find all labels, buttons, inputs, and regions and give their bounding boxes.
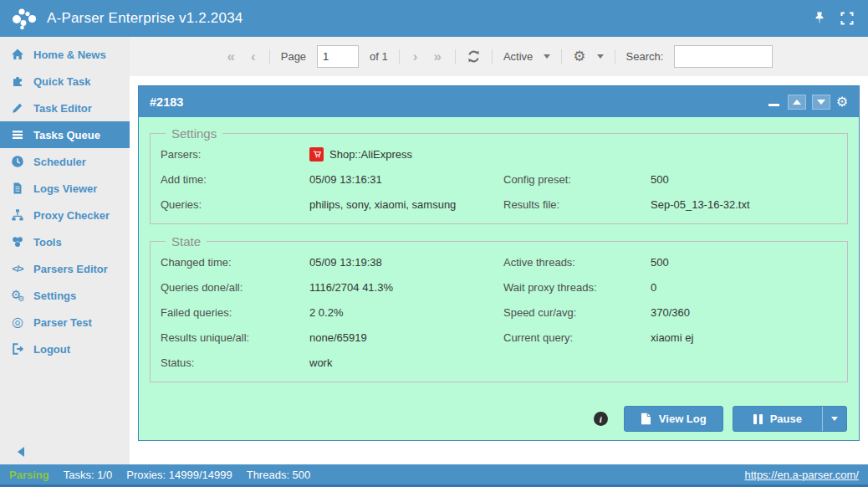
pause-button[interactable]: Pause bbox=[733, 407, 822, 431]
pencil-icon bbox=[10, 101, 25, 115]
state-legend: State bbox=[166, 234, 207, 249]
sidebar-item-home-news[interactable]: Home & News bbox=[0, 41, 130, 68]
state-row: Results unique/all: none/65919 Current q… bbox=[161, 325, 837, 350]
sidebar-item-task-editor[interactable]: Task Editor bbox=[0, 95, 130, 121]
filter-selected-label[interactable]: Active bbox=[503, 50, 533, 63]
task-panel-header: #2183 ⚙ bbox=[139, 86, 859, 117]
sidebar-collapse-button[interactable] bbox=[18, 447, 24, 457]
toolbar-separator bbox=[615, 49, 615, 64]
sidebar-item-tools[interactable]: Tools bbox=[0, 228, 130, 255]
tasks-count: Tasks: 1/0 bbox=[64, 469, 113, 481]
page-count-label: of 1 bbox=[370, 50, 388, 63]
state-row: Status: work bbox=[161, 350, 837, 375]
log-file-icon bbox=[641, 413, 651, 425]
search-input[interactable] bbox=[674, 45, 773, 68]
settings-row: Add time: 05/09 13:16:31 Config preset: … bbox=[161, 167, 837, 192]
sitemap-icon bbox=[10, 208, 25, 222]
task-id: #2183 bbox=[150, 95, 183, 109]
a-parser-logo-icon bbox=[10, 5, 38, 32]
toolbar-separator bbox=[561, 49, 562, 64]
sidebar-item-proxy-checker[interactable]: Proxy Checker bbox=[0, 202, 130, 228]
gear-dropdown-arrow[interactable] bbox=[597, 54, 604, 59]
sidebar-item-tasks-queue[interactable]: Tasks Queue bbox=[0, 121, 130, 148]
document-icon bbox=[10, 182, 25, 195]
sidebar-item-quick-task[interactable]: Quick Task bbox=[0, 68, 130, 95]
task-actions: i View Log Pause bbox=[150, 402, 848, 433]
move-up-button[interactable] bbox=[788, 95, 806, 110]
sidebar-item-logs-viewer[interactable]: Logs Viewer bbox=[0, 175, 130, 202]
proxies-count: Proxies: 14999/14999 bbox=[126, 469, 232, 481]
app-window: A-Parser Enterprise v1.2.2034 Home & New… bbox=[0, 0, 868, 487]
home-icon bbox=[10, 48, 25, 61]
tasks-toolbar: « ‹ Page of 1 › » Active ⚙ bbox=[130, 37, 868, 76]
toolbar-separator bbox=[399, 49, 400, 64]
pause-icon bbox=[753, 414, 763, 424]
task-panel-body: Settings Parsers: Shop::AliExpress bbox=[139, 117, 859, 440]
parser-name: Shop::AliExpress bbox=[329, 148, 412, 161]
state-row: Changed time: 05/09 13:19:38 Active thre… bbox=[161, 249, 837, 274]
sidebar-item-scheduler[interactable]: Scheduler bbox=[0, 148, 130, 175]
threads-count: Threads: 500 bbox=[247, 469, 311, 481]
prev-page-button[interactable]: ‹ bbox=[248, 49, 258, 64]
fullscreen-icon[interactable] bbox=[840, 11, 855, 26]
pause-dropdown-arrow[interactable] bbox=[822, 407, 846, 431]
last-page-button[interactable]: » bbox=[431, 49, 443, 64]
shop-cart-icon bbox=[309, 147, 324, 161]
search-label: Search: bbox=[626, 50, 664, 63]
sidebar-item-settings[interactable]: ⚙⚙ Settings bbox=[0, 282, 130, 309]
pin-icon[interactable] bbox=[812, 11, 827, 26]
settings-fieldset: Settings Parsers: Shop::AliExpress bbox=[150, 126, 848, 224]
clock-icon bbox=[10, 155, 25, 168]
refresh-icon[interactable] bbox=[467, 49, 481, 64]
view-log-button[interactable]: View Log bbox=[624, 406, 723, 432]
sidebar: Home & News Quick Task Task Editor Tasks… bbox=[0, 37, 130, 464]
toolbar-separator bbox=[455, 49, 456, 64]
first-page-button[interactable]: « bbox=[225, 49, 237, 64]
settings-row: Parsers: Shop::AliExpress bbox=[161, 141, 837, 167]
sidebar-item-logout[interactable]: Logout bbox=[0, 336, 130, 362]
settings-legend: Settings bbox=[166, 126, 222, 141]
task-settings-gear-icon[interactable]: ⚙ bbox=[836, 95, 848, 109]
collapse-panel-icon[interactable] bbox=[768, 104, 779, 106]
a-parser-site-link[interactable]: https://en.a-parser.com/ bbox=[744, 469, 859, 481]
sidebar-item-parsers-editor[interactable]: </> Parsers Editor bbox=[0, 255, 130, 282]
sidebar-item-parser-test[interactable]: ◎ Parser Test bbox=[0, 309, 130, 336]
page-label: Page bbox=[281, 50, 306, 63]
state-row: Failed queries: 2 0.2% Speed cur/avg: 37… bbox=[161, 300, 837, 325]
down-arrow-icon bbox=[817, 100, 825, 105]
toolbar-separator bbox=[492, 49, 493, 64]
page-input[interactable] bbox=[317, 45, 359, 68]
list-icon bbox=[10, 128, 25, 141]
bullseye-icon: ◎ bbox=[10, 315, 25, 329]
up-arrow-icon bbox=[793, 100, 801, 105]
state-row: Queries done/all: 1116/2704 41.3% Wait p… bbox=[161, 274, 837, 300]
balls-icon bbox=[10, 235, 25, 249]
status-bar: Parsing Tasks: 1/0 Proxies: 14999/14999 … bbox=[0, 464, 868, 487]
info-icon[interactable]: i bbox=[594, 412, 608, 426]
state-fieldset: State Changed time: 05/09 13:19:38 Activ… bbox=[150, 234, 848, 382]
pause-split-button: Pause bbox=[733, 406, 847, 432]
move-down-button[interactable] bbox=[812, 95, 830, 110]
settings-row: Queries: philips, sony, xiaomi, samsung … bbox=[161, 192, 837, 217]
parsing-status: Parsing bbox=[9, 469, 49, 481]
gears-icon: ⚙⚙ bbox=[10, 289, 25, 303]
next-page-button[interactable]: › bbox=[411, 49, 421, 64]
puzzle-icon bbox=[10, 74, 25, 88]
app-title: A-Parser Enterprise v1.2.2034 bbox=[47, 10, 243, 27]
toolbar-separator bbox=[269, 49, 270, 64]
code-icon: </> bbox=[10, 264, 25, 274]
tasks-area: #2183 ⚙ Settings Parsers: bbox=[130, 76, 868, 464]
logout-icon bbox=[10, 342, 25, 356]
toolbar-gear-icon[interactable]: ⚙ bbox=[573, 49, 585, 64]
filter-dropdown-arrow[interactable] bbox=[544, 54, 550, 59]
app-header: A-Parser Enterprise v1.2.2034 bbox=[0, 0, 868, 37]
task-panel: #2183 ⚙ Settings Parsers: bbox=[138, 85, 860, 441]
